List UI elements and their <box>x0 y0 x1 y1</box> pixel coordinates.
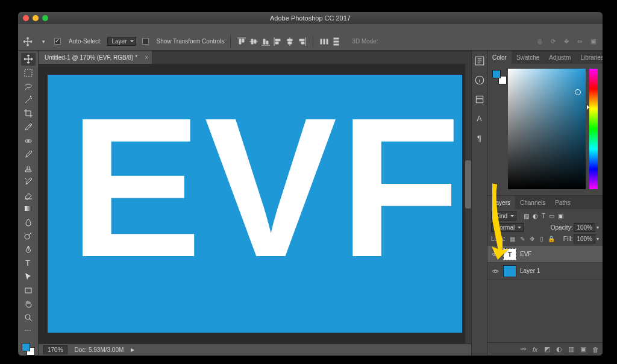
link-layers-icon[interactable]: ⚯ <box>519 345 527 353</box>
new-layer-icon[interactable]: ▣ <box>580 345 587 353</box>
color-swatch-pair[interactable] <box>492 70 504 82</box>
tab-paths[interactable]: Paths <box>550 196 575 209</box>
align-vcenter-icon[interactable] <box>249 37 258 46</box>
tab-libraries[interactable]: Libraries <box>575 51 603 64</box>
status-flyout-icon[interactable]: ▶ <box>131 347 134 353</box>
brush-tool[interactable] <box>21 148 36 161</box>
lock-artboard-icon[interactable]: ▯ <box>538 236 545 242</box>
paragraph-panel-icon[interactable]: ¶ <box>474 133 485 143</box>
eraser-tool[interactable] <box>21 189 36 201</box>
magic-wand-tool[interactable] <box>21 94 36 107</box>
lock-position-icon[interactable]: ✥ <box>528 236 536 242</box>
tab-layers[interactable]: Layers <box>487 196 515 209</box>
document-tab[interactable]: Untitled-1 @ 170% (EVF, RGB/8) * × <box>39 51 152 64</box>
window-close-button[interactable] <box>23 15 29 21</box>
tab-channels[interactable]: Channels <box>515 196 550 209</box>
hand-tool[interactable] <box>21 298 36 310</box>
marquee-tool[interactable] <box>21 67 36 80</box>
filter-type-icon[interactable]: T <box>542 213 545 219</box>
rectangle-tool[interactable] <box>21 284 36 297</box>
hue-slider[interactable] <box>589 69 598 189</box>
lock-image-icon[interactable]: ✎ <box>519 236 526 242</box>
opacity-value[interactable]: 100% <box>574 223 595 232</box>
spot-heal-tool[interactable] <box>21 134 36 147</box>
color-cursor[interactable] <box>575 89 581 95</box>
adjustment-layer-icon[interactable]: ◐ <box>556 345 563 353</box>
gradient-tool[interactable] <box>21 202 36 215</box>
tab-swatches[interactable]: Swatche <box>512 51 544 64</box>
layer-name[interactable]: EVF <box>520 251 531 257</box>
foreground-background-swatch[interactable] <box>22 343 35 356</box>
layer-name[interactable]: Layer 1 <box>520 268 540 274</box>
vertical-scrollbar[interactable] <box>465 64 471 344</box>
character-panel-icon[interactable]: A <box>474 113 485 124</box>
3d-roll-icon[interactable]: ⟳ <box>548 37 558 46</box>
chevron-down-icon[interactable]: ▾ <box>597 225 599 230</box>
lock-transparency-icon[interactable]: ▦ <box>509 236 516 242</box>
blur-tool[interactable] <box>21 216 36 229</box>
3d-orbit-icon[interactable]: ◎ <box>535 37 545 46</box>
auto-select-target-select[interactable]: Layer <box>107 37 136 46</box>
filter-pixel-icon[interactable]: ▧ <box>524 213 529 219</box>
tab-color[interactable]: Color <box>487 51 512 64</box>
3d-slide-icon[interactable]: ⇔ <box>575 37 584 46</box>
canvas[interactable]: EVF <box>48 75 462 333</box>
layer-group-icon[interactable]: ▥ <box>568 345 575 353</box>
distribute-v-icon[interactable] <box>331 37 341 46</box>
visibility-toggle-icon[interactable] <box>491 267 500 275</box>
doc-size-readout[interactable]: Doc: 5.93M/3.00M <box>75 347 124 353</box>
layer-row[interactable]: T EVF <box>487 246 603 263</box>
align-left-icon[interactable] <box>273 37 283 46</box>
show-transform-checkbox[interactable] <box>142 38 149 45</box>
blend-mode-select[interactable]: Normal <box>491 223 524 232</box>
distribute-h-icon[interactable] <box>319 37 329 46</box>
window-zoom-button[interactable] <box>42 15 48 21</box>
layer-thumbnail-fill[interactable] <box>503 265 516 277</box>
info-panel-icon[interactable] <box>474 75 485 86</box>
clone-stamp-tool[interactable] <box>21 162 36 174</box>
fg-color-chip[interactable] <box>492 70 501 78</box>
delete-layer-icon[interactable]: 🗑 <box>592 346 599 353</box>
type-tool[interactable]: T <box>21 257 36 269</box>
lock-all-icon[interactable]: 🔒 <box>548 236 555 242</box>
close-tab-icon[interactable]: × <box>145 54 148 61</box>
auto-select-checkbox[interactable] <box>54 38 61 45</box>
dodge-tool[interactable] <box>21 230 36 242</box>
options-dropdown-icon[interactable]: ▾ <box>39 37 48 46</box>
hue-slider-pointer[interactable] <box>587 105 592 110</box>
path-select-tool[interactable] <box>21 271 36 283</box>
scrollbar-thumb[interactable] <box>465 160 471 209</box>
color-field[interactable] <box>508 69 586 189</box>
history-brush-tool[interactable] <box>21 175 36 188</box>
align-top-icon[interactable] <box>237 37 246 46</box>
align-hcenter-icon[interactable] <box>285 37 295 46</box>
layer-row[interactable]: Layer 1 <box>487 263 603 280</box>
3d-pan-icon[interactable]: ✥ <box>562 37 571 46</box>
fill-value[interactable]: 100% <box>574 234 595 243</box>
visibility-toggle-icon[interactable] <box>491 250 500 259</box>
tab-adjustments[interactable]: Adjustm <box>544 51 575 64</box>
move-tool[interactable] <box>21 53 36 66</box>
lasso-tool[interactable] <box>21 80 36 93</box>
pen-tool[interactable] <box>21 243 36 256</box>
align-bottom-icon[interactable] <box>261 37 271 46</box>
window-minimize-button[interactable] <box>33 15 39 21</box>
3d-zoom-icon[interactable]: ▣ <box>588 37 598 46</box>
foreground-color-swatch[interactable] <box>22 343 30 351</box>
filter-adjust-icon[interactable]: ◐ <box>533 213 538 219</box>
zoom-level[interactable]: 170% <box>43 345 67 354</box>
edit-toolbar-icon[interactable]: ⋯ <box>21 325 36 337</box>
layer-thumbnail-text[interactable]: T <box>503 248 516 260</box>
filter-smart-icon[interactable]: ▣ <box>558 213 563 219</box>
eyedropper-tool[interactable] <box>21 121 36 134</box>
filter-shape-icon[interactable]: ▭ <box>549 213 554 219</box>
crop-tool[interactable] <box>21 107 36 120</box>
chevron-down-icon[interactable]: ▾ <box>597 236 599 242</box>
zoom-tool[interactable] <box>21 311 36 324</box>
align-right-icon[interactable] <box>297 37 307 46</box>
properties-panel-icon[interactable] <box>474 94 485 105</box>
layer-style-icon[interactable]: fx <box>531 346 539 353</box>
history-panel-icon[interactable] <box>474 55 485 66</box>
canvas-viewport[interactable]: EVF <box>39 64 471 344</box>
layer-filter-select[interactable]: Kind <box>491 212 516 221</box>
